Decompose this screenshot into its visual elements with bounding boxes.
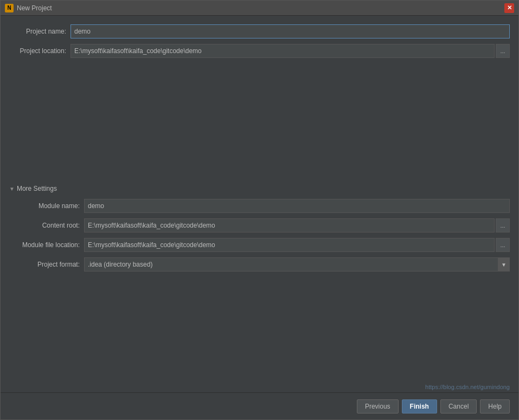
window-title: New Project <box>17 4 504 12</box>
project-format-label: Project format: <box>9 261 80 268</box>
close-button[interactable]: ✕ <box>504 3 514 13</box>
watermark: https://blog.csdn.net/gumindong <box>425 384 510 390</box>
previous-button[interactable]: Previous <box>357 399 399 413</box>
project-format-select[interactable]: .idea (directory based)Eclipse (.classpa… <box>84 257 510 272</box>
module-name-row: Module name: <box>9 199 510 213</box>
module-file-location-input[interactable] <box>84 238 495 252</box>
project-name-wrapper <box>71 24 510 38</box>
module-file-location-row: Module file location: ... <box>9 238 510 252</box>
project-format-row: Project format: .idea (directory based)E… <box>9 257 510 272</box>
content-root-input[interactable] <box>84 218 495 232</box>
app-icon: N <box>5 4 14 12</box>
module-file-location-label: Module file location: <box>9 241 80 249</box>
project-name-input[interactable] <box>71 24 510 38</box>
browse-icon-2: ... <box>500 222 505 229</box>
dialog-footer: Previous Finish Cancel Help <box>1 392 518 419</box>
help-button[interactable]: Help <box>480 399 510 413</box>
cancel-button[interactable]: Cancel <box>440 399 477 413</box>
project-location-browse-button[interactable]: ... <box>496 44 510 58</box>
finish-button[interactable]: Finish <box>402 399 437 413</box>
more-settings-section: ▼ More Settings Module name: Content r <box>9 183 510 272</box>
expand-arrow-icon: ▼ <box>9 186 15 192</box>
more-settings-toggle[interactable]: ▼ More Settings <box>9 183 510 195</box>
module-name-input[interactable] <box>84 199 510 213</box>
content-root-label: Content root: <box>9 222 80 229</box>
project-location-row: Project location: ... <box>9 44 510 58</box>
more-settings-content: Module name: Content root: ... <box>9 199 510 272</box>
project-name-row: Project name: <box>9 24 510 38</box>
browse-icon-3: ... <box>500 242 505 248</box>
module-file-browse-button[interactable]: ... <box>496 238 510 252</box>
project-location-input[interactable] <box>71 44 495 58</box>
module-file-location-wrapper: ... <box>84 238 510 252</box>
browse-icon: ... <box>500 48 505 54</box>
project-format-wrapper: .idea (directory based)Eclipse (.classpa… <box>84 257 510 272</box>
dialog-body: Project name: Project location: ... ▼ <box>1 16 518 392</box>
project-location-label: Project location: <box>9 47 66 55</box>
more-settings-header-label: More Settings <box>17 185 57 192</box>
content-root-browse-button[interactable]: ... <box>496 218 510 232</box>
content-root-row: Content root: ... <box>9 218 510 232</box>
icon-label: N <box>7 5 11 11</box>
project-location-wrapper: ... <box>71 44 510 58</box>
module-name-wrapper <box>84 199 510 213</box>
title-bar: N New Project ✕ <box>1 1 518 16</box>
dialog-window: N New Project ✕ Project name: Project lo… <box>0 0 519 420</box>
content-root-wrapper: ... <box>84 218 510 232</box>
module-name-label: Module name: <box>9 202 80 210</box>
content-spacer <box>9 63 510 172</box>
project-name-label: Project name: <box>9 28 66 35</box>
